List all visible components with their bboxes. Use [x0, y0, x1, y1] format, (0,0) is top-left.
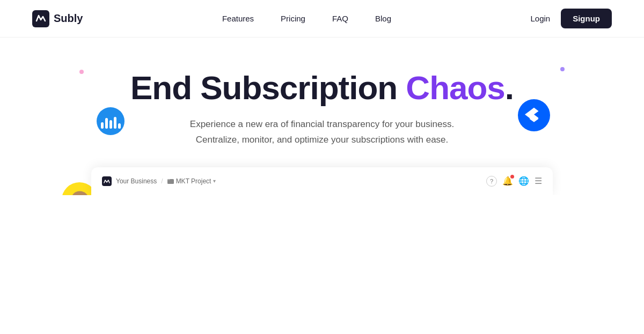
folder-icon	[167, 178, 174, 184]
app-preview-bar: Your Business / MKT Project ▾ ? 🔔 🌐 ☰	[91, 167, 553, 195]
breadcrumb-folder: MKT Project ▾	[167, 177, 216, 185]
intercom-icon	[97, 107, 125, 135]
dropbox-icon	[518, 99, 550, 131]
navigation: Subly Features Pricing FAQ Blog Login Si…	[0, 0, 644, 38]
nav-faq[interactable]: FAQ	[332, 14, 348, 23]
app-preview-right: ? 🔔 🌐 ☰	[486, 176, 542, 187]
app-preview-logo-icon	[102, 176, 112, 186]
notification-badge	[510, 175, 514, 179]
hero-section: 🐵 G End Subscription Chaos. Experience a…	[0, 38, 644, 195]
hero-title: End Subscription Chaos.	[130, 70, 514, 106]
hero-title-part1: End Subscription	[130, 69, 406, 106]
nav-actions: Login Signup	[530, 9, 612, 28]
breadcrumb-business: Your Business	[116, 177, 157, 185]
globe-icon[interactable]: 🌐	[518, 176, 529, 186]
hero-subtitle: Experience a new era of financial transp…	[190, 117, 454, 148]
breadcrumb-project: MKT Project	[176, 177, 211, 185]
nav-links: Features Pricing FAQ Blog	[222, 14, 391, 24]
nav-blog[interactable]: Blog	[375, 14, 391, 23]
menu-icon[interactable]: ☰	[535, 176, 542, 186]
logo-link[interactable]: Subly	[32, 10, 83, 27]
nav-features[interactable]: Features	[222, 14, 254, 23]
hero-subtitle-line1: Experience a new era of financial transp…	[190, 119, 454, 129]
svg-rect-9	[102, 176, 112, 186]
breadcrumb-chevron: ▾	[213, 178, 216, 184]
svg-rect-11	[167, 179, 170, 180]
notification-icon[interactable]: 🔔	[502, 176, 513, 186]
help-icon[interactable]: ?	[486, 176, 497, 187]
breadcrumb-separator: /	[161, 177, 163, 185]
hero-subtitle-line2: Centralize, monitor, and optimize your s…	[196, 135, 449, 145]
nav-pricing[interactable]: Pricing	[281, 14, 305, 23]
dot-pink-1	[79, 70, 84, 74]
signup-button[interactable]: Signup	[561, 9, 612, 28]
login-button[interactable]: Login	[530, 14, 550, 23]
hero-title-period: .	[505, 69, 514, 106]
app-preview-left: Your Business / MKT Project ▾	[102, 176, 216, 186]
logo-text: Subly	[54, 12, 83, 25]
dot-purple-1	[560, 67, 565, 71]
logo-icon	[32, 10, 49, 27]
hero-title-chaos: Chaos	[406, 69, 504, 106]
